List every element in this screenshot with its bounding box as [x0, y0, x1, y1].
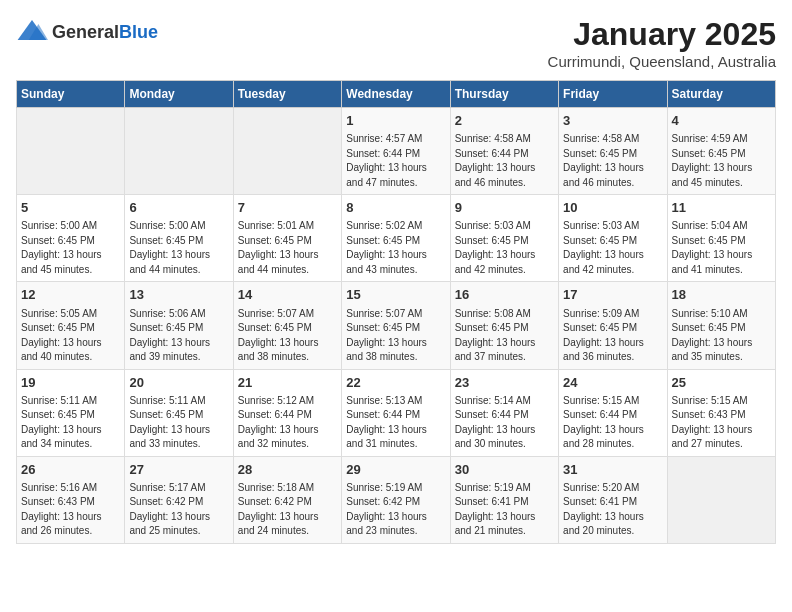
calendar-week-2: 5Sunrise: 5:00 AM Sunset: 6:45 PM Daylig… [17, 195, 776, 282]
day-number: 3 [563, 112, 662, 130]
calendar-cell [125, 108, 233, 195]
day-number: 21 [238, 374, 337, 392]
calendar-cell: 24Sunrise: 5:15 AM Sunset: 6:44 PM Dayli… [559, 369, 667, 456]
calendar-cell: 29Sunrise: 5:19 AM Sunset: 6:42 PM Dayli… [342, 456, 450, 543]
day-detail: Sunrise: 5:13 AM Sunset: 6:44 PM Dayligh… [346, 394, 445, 452]
calendar-cell: 18Sunrise: 5:10 AM Sunset: 6:45 PM Dayli… [667, 282, 775, 369]
day-detail: Sunrise: 5:17 AM Sunset: 6:42 PM Dayligh… [129, 481, 228, 539]
calendar-cell: 14Sunrise: 5:07 AM Sunset: 6:45 PM Dayli… [233, 282, 341, 369]
day-number: 8 [346, 199, 445, 217]
day-number: 19 [21, 374, 120, 392]
day-header-tuesday: Tuesday [233, 81, 341, 108]
day-header-sunday: Sunday [17, 81, 125, 108]
calendar-week-1: 1Sunrise: 4:57 AM Sunset: 6:44 PM Daylig… [17, 108, 776, 195]
day-number: 31 [563, 461, 662, 479]
calendar-cell [233, 108, 341, 195]
calendar-cell: 22Sunrise: 5:13 AM Sunset: 6:44 PM Dayli… [342, 369, 450, 456]
logo-general-text: General [52, 22, 119, 42]
day-number: 13 [129, 286, 228, 304]
calendar-cell: 19Sunrise: 5:11 AM Sunset: 6:45 PM Dayli… [17, 369, 125, 456]
day-number: 26 [21, 461, 120, 479]
day-header-thursday: Thursday [450, 81, 558, 108]
calendar-week-4: 19Sunrise: 5:11 AM Sunset: 6:45 PM Dayli… [17, 369, 776, 456]
calendar-week-3: 12Sunrise: 5:05 AM Sunset: 6:45 PM Dayli… [17, 282, 776, 369]
calendar-cell [17, 108, 125, 195]
day-detail: Sunrise: 5:01 AM Sunset: 6:45 PM Dayligh… [238, 219, 337, 277]
day-number: 15 [346, 286, 445, 304]
calendar-cell: 16Sunrise: 5:08 AM Sunset: 6:45 PM Dayli… [450, 282, 558, 369]
day-number: 6 [129, 199, 228, 217]
calendar-cell: 8Sunrise: 5:02 AM Sunset: 6:45 PM Daylig… [342, 195, 450, 282]
day-detail: Sunrise: 5:00 AM Sunset: 6:45 PM Dayligh… [129, 219, 228, 277]
day-detail: Sunrise: 5:05 AM Sunset: 6:45 PM Dayligh… [21, 307, 120, 365]
calendar-cell: 5Sunrise: 5:00 AM Sunset: 6:45 PM Daylig… [17, 195, 125, 282]
day-detail: Sunrise: 5:07 AM Sunset: 6:45 PM Dayligh… [346, 307, 445, 365]
calendar-cell: 15Sunrise: 5:07 AM Sunset: 6:45 PM Dayli… [342, 282, 450, 369]
day-number: 29 [346, 461, 445, 479]
day-header-monday: Monday [125, 81, 233, 108]
calendar-cell: 6Sunrise: 5:00 AM Sunset: 6:45 PM Daylig… [125, 195, 233, 282]
day-detail: Sunrise: 5:08 AM Sunset: 6:45 PM Dayligh… [455, 307, 554, 365]
day-number: 20 [129, 374, 228, 392]
calendar-cell: 23Sunrise: 5:14 AM Sunset: 6:44 PM Dayli… [450, 369, 558, 456]
day-number: 11 [672, 199, 771, 217]
day-number: 27 [129, 461, 228, 479]
day-number: 9 [455, 199, 554, 217]
day-number: 23 [455, 374, 554, 392]
calendar-cell: 27Sunrise: 5:17 AM Sunset: 6:42 PM Dayli… [125, 456, 233, 543]
day-number: 25 [672, 374, 771, 392]
calendar-cell: 2Sunrise: 4:58 AM Sunset: 6:44 PM Daylig… [450, 108, 558, 195]
day-detail: Sunrise: 4:58 AM Sunset: 6:44 PM Dayligh… [455, 132, 554, 190]
calendar-cell: 31Sunrise: 5:20 AM Sunset: 6:41 PM Dayli… [559, 456, 667, 543]
calendar-header-row: SundayMondayTuesdayWednesdayThursdayFrid… [17, 81, 776, 108]
calendar-cell: 7Sunrise: 5:01 AM Sunset: 6:45 PM Daylig… [233, 195, 341, 282]
day-detail: Sunrise: 5:19 AM Sunset: 6:41 PM Dayligh… [455, 481, 554, 539]
day-detail: Sunrise: 5:10 AM Sunset: 6:45 PM Dayligh… [672, 307, 771, 365]
page-header: GeneralBlue January 2025 Currimundi, Que… [16, 16, 776, 70]
calendar-week-5: 26Sunrise: 5:16 AM Sunset: 6:43 PM Dayli… [17, 456, 776, 543]
day-number: 5 [21, 199, 120, 217]
title-area: January 2025 Currimundi, Queensland, Aus… [548, 16, 776, 70]
calendar-cell: 12Sunrise: 5:05 AM Sunset: 6:45 PM Dayli… [17, 282, 125, 369]
day-number: 12 [21, 286, 120, 304]
calendar-cell: 21Sunrise: 5:12 AM Sunset: 6:44 PM Dayli… [233, 369, 341, 456]
calendar-cell: 11Sunrise: 5:04 AM Sunset: 6:45 PM Dayli… [667, 195, 775, 282]
day-number: 28 [238, 461, 337, 479]
day-number: 1 [346, 112, 445, 130]
day-detail: Sunrise: 5:19 AM Sunset: 6:42 PM Dayligh… [346, 481, 445, 539]
day-detail: Sunrise: 5:18 AM Sunset: 6:42 PM Dayligh… [238, 481, 337, 539]
calendar-cell: 1Sunrise: 4:57 AM Sunset: 6:44 PM Daylig… [342, 108, 450, 195]
day-number: 10 [563, 199, 662, 217]
day-number: 30 [455, 461, 554, 479]
day-detail: Sunrise: 5:11 AM Sunset: 6:45 PM Dayligh… [21, 394, 120, 452]
day-detail: Sunrise: 5:00 AM Sunset: 6:45 PM Dayligh… [21, 219, 120, 277]
logo: GeneralBlue [16, 16, 158, 48]
calendar-cell: 25Sunrise: 5:15 AM Sunset: 6:43 PM Dayli… [667, 369, 775, 456]
calendar-cell: 10Sunrise: 5:03 AM Sunset: 6:45 PM Dayli… [559, 195, 667, 282]
calendar-cell: 4Sunrise: 4:59 AM Sunset: 6:45 PM Daylig… [667, 108, 775, 195]
day-detail: Sunrise: 5:04 AM Sunset: 6:45 PM Dayligh… [672, 219, 771, 277]
day-detail: Sunrise: 5:20 AM Sunset: 6:41 PM Dayligh… [563, 481, 662, 539]
day-number: 22 [346, 374, 445, 392]
calendar-cell: 3Sunrise: 4:58 AM Sunset: 6:45 PM Daylig… [559, 108, 667, 195]
calendar-cell: 20Sunrise: 5:11 AM Sunset: 6:45 PM Dayli… [125, 369, 233, 456]
day-number: 2 [455, 112, 554, 130]
day-number: 14 [238, 286, 337, 304]
day-detail: Sunrise: 5:15 AM Sunset: 6:44 PM Dayligh… [563, 394, 662, 452]
day-detail: Sunrise: 5:03 AM Sunset: 6:45 PM Dayligh… [563, 219, 662, 277]
day-detail: Sunrise: 5:14 AM Sunset: 6:44 PM Dayligh… [455, 394, 554, 452]
day-header-saturday: Saturday [667, 81, 775, 108]
calendar-cell: 28Sunrise: 5:18 AM Sunset: 6:42 PM Dayli… [233, 456, 341, 543]
calendar-cell: 17Sunrise: 5:09 AM Sunset: 6:45 PM Dayli… [559, 282, 667, 369]
day-header-friday: Friday [559, 81, 667, 108]
day-detail: Sunrise: 5:15 AM Sunset: 6:43 PM Dayligh… [672, 394, 771, 452]
calendar-cell: 26Sunrise: 5:16 AM Sunset: 6:43 PM Dayli… [17, 456, 125, 543]
day-detail: Sunrise: 5:03 AM Sunset: 6:45 PM Dayligh… [455, 219, 554, 277]
day-detail: Sunrise: 5:06 AM Sunset: 6:45 PM Dayligh… [129, 307, 228, 365]
logo-blue-text: Blue [119, 22, 158, 42]
calendar-title: January 2025 [548, 16, 776, 53]
day-number: 16 [455, 286, 554, 304]
calendar-cell: 9Sunrise: 5:03 AM Sunset: 6:45 PM Daylig… [450, 195, 558, 282]
day-detail: Sunrise: 5:12 AM Sunset: 6:44 PM Dayligh… [238, 394, 337, 452]
day-detail: Sunrise: 5:02 AM Sunset: 6:45 PM Dayligh… [346, 219, 445, 277]
